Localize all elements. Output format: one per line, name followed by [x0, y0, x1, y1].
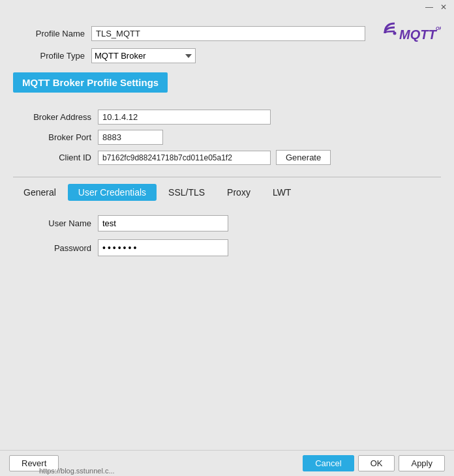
title-bar: — ✕	[0, 0, 454, 14]
close-button[interactable]: ✕	[438, 2, 449, 12]
profile-type-row: Profile Type MQTT Broker MQTT Client	[13, 48, 441, 63]
main-window: — ✕ Profile Name MQTT ORG	[0, 0, 454, 476]
profile-type-label: Profile Type	[13, 51, 91, 61]
username-input[interactable]	[98, 215, 228, 231]
profile-name-label: Profile Name	[13, 29, 91, 38]
divider	[13, 177, 441, 177]
generate-button[interactable]: Generate	[276, 150, 331, 165]
broker-address-input[interactable]	[98, 110, 271, 125]
broker-address-label: Broker Address	[13, 112, 98, 122]
profile-name-row: Profile Name MQTT ORG	[13, 21, 441, 46]
footer: Revert https://blog.sstunnel.c... Cancel…	[0, 450, 454, 476]
profile-type-select-wrapper[interactable]: MQTT Broker MQTT Client	[91, 48, 196, 63]
username-label: User Name	[13, 218, 98, 228]
cancel-button[interactable]: Cancel	[303, 455, 354, 471]
tab-user-credentials[interactable]: User Credentials	[68, 184, 157, 201]
password-label: Password	[13, 243, 98, 253]
apply-button[interactable]: Apply	[399, 455, 445, 471]
profile-name-input[interactable]	[91, 26, 365, 41]
broker-port-input[interactable]	[98, 130, 163, 145]
tab-lwt[interactable]: LWT	[262, 184, 302, 201]
svg-text:ORG: ORG	[436, 26, 441, 31]
client-id-row: Client ID Generate	[13, 150, 441, 165]
profile-type-select[interactable]: MQTT Broker MQTT Client	[91, 48, 196, 63]
client-id-label: Client ID	[13, 153, 98, 162]
tab-proxy[interactable]: Proxy	[217, 184, 261, 201]
password-input[interactable]	[98, 239, 228, 256]
mqtt-logo: MQTT ORG	[382, 21, 441, 46]
broker-port-label: Broker Port	[13, 132, 98, 142]
minimize-button[interactable]: —	[424, 2, 434, 12]
tab-general[interactable]: General	[13, 184, 67, 201]
tab-ssl-tls[interactable]: SSL/TLS	[158, 184, 215, 201]
content-area: Profile Name MQTT ORG Profile Type	[0, 14, 454, 450]
footer-url: https://blog.sstunnel.c...	[39, 467, 115, 475]
client-id-input[interactable]	[98, 151, 271, 165]
section-header-row: MQTT Broker Profile Settings	[13, 72, 441, 100]
password-row: Password	[13, 239, 441, 256]
broker-address-row: Broker Address	[13, 110, 441, 125]
broker-port-row: Broker Port	[13, 130, 441, 145]
username-row: User Name	[13, 215, 441, 231]
svg-text:MQTT: MQTT	[399, 27, 437, 42]
svg-point-0	[393, 32, 397, 35]
user-credentials-tab-content: User Name Password	[13, 210, 441, 269]
section-header: MQTT Broker Profile Settings	[13, 72, 168, 93]
content-spacer	[13, 269, 441, 443]
ok-button[interactable]: OK	[358, 455, 395, 471]
footer-right: Cancel OK Apply	[303, 455, 445, 471]
tabs-bar: General User Credentials SSL/TLS Proxy L…	[13, 184, 441, 201]
